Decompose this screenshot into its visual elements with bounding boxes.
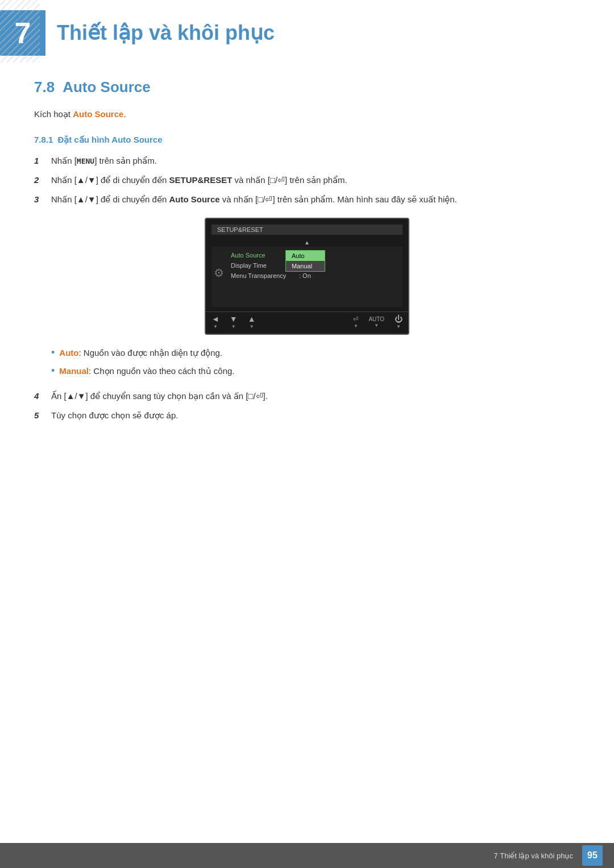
btn-power: ⏻▼ [395,314,403,329]
steps-list-2: 4 Ấn [▲/▼] để chuyển sang tùy chọn bạn c… [34,389,580,422]
step2-bold: SETUP&RESET [169,175,232,185]
menu-row-transparency: Menu Transparency : On [211,271,403,281]
step3-bold: Auto Source [169,194,219,204]
bullet-manual: • Manual: Chọn nguồn vào theo cách thủ c… [51,364,580,378]
step-text-2: Nhấn [▲/▼] để di chuyển đến SETUP&RESET … [51,173,580,187]
main-content: 7.8 Auto Source Kích hoạt Auto Source. 7… [0,78,614,479]
bullet-dot-1: • [51,346,55,360]
submenu-auto: Auto [286,251,325,261]
step-5: 5 Tùy chọn được chọn sẽ được áp. [34,409,580,422]
monitor-screenshot: SETUP&RESET ⚙ ▲ Auto Source : Auto Manua [205,218,409,335]
bullet-bold-auto: Auto [59,348,78,358]
btn-up: ▲▼ [248,314,256,329]
btn-enter: ⏎▼ [353,315,358,329]
section-number: 7.8 [34,78,55,96]
bullet-text-2: Manual: Chọn nguồn vào theo cách thủ côn… [59,364,234,378]
bullet-bold-manual: Manual [59,366,89,376]
intro-highlight: Auto Source [73,109,123,119]
bullet-dot-2: • [51,364,55,378]
key-menu: MENU [77,157,94,165]
btn-left: ◄▼ [211,314,219,329]
step-3: 3 Nhấn [▲/▼] để di chuyển đến Auto Sourc… [34,193,580,206]
step-2: 2 Nhấn [▲/▼] để di chuyển đến SETUP&RESE… [34,173,580,187]
monitor-menu: Auto Source : Auto Manual Display Time [211,247,403,307]
submenu-popup: Auto Manual [285,250,325,272]
footer-page: 95 [582,845,603,866]
chapter-header: 7 Thiết lập và khôi phục [0,0,614,61]
footer-text: 7 Thiết lập và khôi phục [494,852,573,860]
step-text-4: Ấn [▲/▼] để chuyển sang tùy chọn bạn cần… [51,389,580,403]
step-1: 1 Nhấn [MENU] trên sản phẩm. [34,154,580,168]
bullet-text-1: Auto: Nguồn vào được nhận diện tự động. [59,346,222,360]
step-num-1: 1 [34,154,48,168]
up-arrow: ▲ [206,238,408,247]
step-text-1: Nhấn [MENU] trên sản phẩm. [51,154,580,168]
subsection-title: Đặt cấu hình Auto Source [57,135,162,145]
step-num-2: 2 [34,173,48,187]
corner-decoration [0,0,40,63]
btn-auto: AUTO▼ [368,316,384,328]
footer: 7 Thiết lập và khôi phục 95 [0,843,614,868]
chapter-title: Thiết lập và khôi phục [57,21,275,45]
steps-list-1: 1 Nhấn [MENU] trên sản phẩm. 2 Nhấn [▲/▼… [34,154,580,206]
btn-down: ▼▼ [230,314,238,329]
bullet-list: • Auto: Nguồn vào được nhận diện tự động… [51,346,580,378]
step-4: 4 Ấn [▲/▼] để chuyển sang tùy chọn bạn c… [34,389,580,403]
subsection-heading: 7.8.1 Đặt cấu hình Auto Source [34,135,580,145]
intro-suffix: . [123,109,126,119]
chapter-title-area: Thiết lập và khôi phục [45,10,275,56]
subsection-number: 7.8.1 [34,135,53,144]
monitor-bottom-bar: ◄▼ ▼▼ ▲▼ ⏎▼ AUTO▼ ⏻▼ [206,312,408,329]
section-title: Auto Source [63,78,151,96]
step-num-3: 3 [34,193,48,206]
step-text-3: Nhấn [▲/▼] để di chuyển đến Auto Source … [51,193,580,206]
bullet-auto: • Auto: Nguồn vào được nhận diện tự động… [51,346,580,360]
menu-row-auto-source: Auto Source : Auto Manual [211,250,403,260]
step-text-5: Tùy chọn được chọn sẽ được áp. [51,409,580,422]
submenu-manual: Manual [286,261,325,271]
intro-paragraph: Kích hoạt Auto Source. [34,107,580,121]
section-heading: 7.8 Auto Source [34,78,580,96]
step-num-4: 4 [34,389,48,403]
monitor-title-bar: SETUP&RESET [211,225,403,235]
menu-label-transparency: Menu Transparency [231,272,299,279]
step-num-5: 5 [34,409,48,422]
intro-prefix: Kích hoạt [34,109,73,119]
menu-value-transparency: : On [299,272,311,279]
